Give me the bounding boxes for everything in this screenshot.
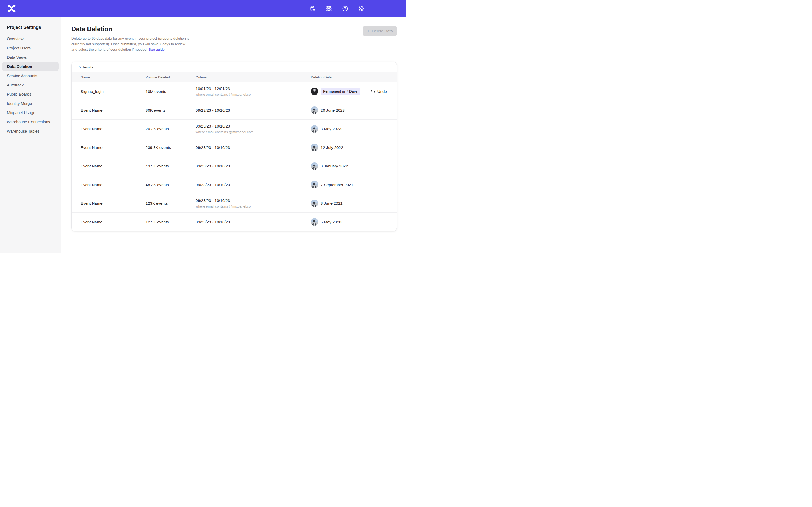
topbar-icon-group xyxy=(307,3,406,14)
deletion-date: 3 January 2022 xyxy=(321,164,348,168)
criteria-date-range: 09/23/23 - 10/10/23 xyxy=(196,182,311,187)
undo-icon xyxy=(370,89,375,94)
deletion-date-cell: 3 June 2021 xyxy=(311,200,391,207)
volume-deleted: 12.9K events xyxy=(146,220,196,224)
results-count: 5 Results xyxy=(71,62,397,72)
main-content: Data Deletion Delete up to 90 days data … xyxy=(61,17,406,253)
sidebar-item-data-deletion[interactable]: Data Deletion xyxy=(2,62,59,71)
settings-gear-icon[interactable] xyxy=(356,3,366,14)
deletion-date-cell: 20 June 2023 xyxy=(311,106,391,114)
criteria-cell: 09/23/23 - 10/10/23 xyxy=(196,182,311,187)
undo-button[interactable]: Undo xyxy=(370,89,387,94)
undo-label: Undo xyxy=(377,89,387,94)
status-badge: Permanent in 7 Days xyxy=(321,88,360,95)
event-name: Signup_login xyxy=(81,89,146,94)
criteria-date-range: 09/23/23 - 10/10/23 xyxy=(196,220,311,224)
criteria-filter-note: where email contains @mixpanel.com xyxy=(196,205,311,208)
column-header-name: Name xyxy=(81,75,146,79)
user-avatar xyxy=(311,125,318,132)
sidebar-item-data-views[interactable]: Data Views xyxy=(2,53,59,61)
user-avatar xyxy=(311,200,318,207)
deletion-date: 3 June 2021 xyxy=(321,201,343,206)
table-row: Event Name123K events09/23/23 - 10/10/23… xyxy=(71,194,397,213)
column-header-criteria: Criteria xyxy=(196,75,311,79)
criteria-date-range: 09/23/23 - 10/10/23 xyxy=(196,145,311,150)
column-header-deletion-date: Deletion Date xyxy=(311,75,391,79)
sidebar-title: Project Settings xyxy=(0,25,61,34)
criteria-cell: 09/23/23 - 10/10/23 xyxy=(196,108,311,112)
user-avatar xyxy=(311,106,318,114)
event-name: Event Name xyxy=(81,164,146,168)
deletion-date: 5 May 2020 xyxy=(321,220,341,224)
column-header-volume-deleted: Volume Deleted xyxy=(146,75,196,79)
criteria-date-range: 09/23/23 - 10/10/23 xyxy=(196,164,311,168)
deletion-date-cell: 12 July 2022 xyxy=(311,144,391,151)
user-avatar xyxy=(311,181,318,188)
table-row: Signup_login10M events10/01/23 - 12/01/2… xyxy=(71,82,397,101)
deletion-date: 12 July 2022 xyxy=(321,145,343,150)
apps-grid-icon[interactable] xyxy=(323,3,334,14)
volume-deleted: 30K events xyxy=(146,108,196,112)
table-row: Event Name30K events09/23/23 - 10/10/232… xyxy=(71,101,397,119)
deletion-date-cell: 7 September 2021 xyxy=(311,181,391,188)
page-description: Delete up to 90 days data for any event … xyxy=(71,36,191,53)
volume-deleted: 48.3K events xyxy=(146,182,196,187)
sidebar-item-overview[interactable]: Overview xyxy=(2,34,59,43)
user-avatar xyxy=(311,144,318,151)
sidebar-item-warehouse-tables[interactable]: Warehouse Tables xyxy=(2,127,59,135)
table-body: Signup_login10M events10/01/23 - 12/01/2… xyxy=(71,82,397,231)
user-avatar xyxy=(311,218,318,226)
mixpanel-x-logo-icon xyxy=(7,4,16,13)
delete-data-button-label: Delete Data xyxy=(372,29,393,33)
data-management-icon[interactable] xyxy=(307,3,318,14)
criteria-cell: 09/23/23 - 10/10/23where email contains … xyxy=(196,124,311,134)
criteria-date-range: 09/23/23 - 10/10/23 xyxy=(196,108,311,112)
criteria-cell: 09/23/23 - 10/10/23where email contains … xyxy=(196,198,311,208)
deletion-date: 3 May 2023 xyxy=(321,126,341,131)
table-row: Event Name20.2K events09/23/23 - 10/10/2… xyxy=(71,119,397,138)
volume-deleted: 239.3K events xyxy=(146,145,196,150)
criteria-date-range: 10/01/23 - 12/01/23 xyxy=(196,87,311,91)
user-avatar xyxy=(311,162,318,170)
criteria-date-range: 09/23/23 - 10/10/23 xyxy=(196,198,311,203)
see-guide-link[interactable]: See guide xyxy=(149,48,165,52)
deletion-date-cell: 3 May 2023 xyxy=(311,125,391,132)
delete-data-button[interactable]: + Delete Data xyxy=(363,26,397,36)
sidebar-item-warehouse-connections[interactable]: Warehouse Connections xyxy=(2,117,59,126)
deletion-requests-card: 5 Results NameVolume DeletedCriteriaDele… xyxy=(71,61,397,231)
help-icon[interactable] xyxy=(340,3,350,14)
deletion-date-cell: 5 May 2020 xyxy=(311,218,391,226)
criteria-filter-note: where email contains @mixpanel.com xyxy=(196,93,311,96)
event-name: Event Name xyxy=(81,108,146,112)
sidebar-nav-list: OverviewProject UsersData ViewsData Dele… xyxy=(0,34,61,135)
sidebar-item-mixpanel-usage[interactable]: Mixpanel Usage xyxy=(2,108,59,117)
plus-icon: + xyxy=(367,29,370,34)
sidebar-item-public-boards[interactable]: Public Boards xyxy=(2,90,59,99)
sidebar-item-identity-merge[interactable]: Identity Merge xyxy=(2,99,59,108)
page-title: Data Deletion xyxy=(71,25,191,33)
volume-deleted: 49.9K events xyxy=(146,164,196,168)
criteria-cell: 09/23/23 - 10/10/23 xyxy=(196,220,311,224)
sidebar-item-autotrack[interactable]: Autotrack xyxy=(2,80,59,89)
sidebar-item-service-accounts[interactable]: Service Accounts xyxy=(2,71,59,80)
criteria-filter-note: where email contains @mixpanel.com xyxy=(196,130,311,134)
criteria-cell: 09/23/23 - 10/10/23 xyxy=(196,164,311,168)
deletion-date: 20 June 2023 xyxy=(321,108,345,112)
table-header-row: NameVolume DeletedCriteriaDeletion Date xyxy=(71,72,397,82)
event-name: Event Name xyxy=(81,220,146,224)
deletion-date-cell: Permanent in 7 DaysUndo xyxy=(311,88,391,95)
deletion-date-cell: 3 January 2022 xyxy=(311,162,391,170)
table-row: Event Name239.3K events09/23/23 - 10/10/… xyxy=(71,138,397,157)
volume-deleted: 123K events xyxy=(146,201,196,206)
volume-deleted: 10M events xyxy=(146,89,196,94)
user-avatar xyxy=(311,88,318,95)
sidebar-item-project-users[interactable]: Project Users xyxy=(2,44,59,52)
event-name: Event Name xyxy=(81,126,146,131)
mixpanel-logo[interactable] xyxy=(6,3,17,14)
table-row: Event Name48.3K events09/23/23 - 10/10/2… xyxy=(71,175,397,194)
table-row: Event Name12.9K events09/23/23 - 10/10/2… xyxy=(71,212,397,231)
criteria-cell: 09/23/23 - 10/10/23 xyxy=(196,145,311,150)
deletion-date: 7 September 2021 xyxy=(321,182,353,187)
table-row: Event Name49.9K events09/23/23 - 10/10/2… xyxy=(71,157,397,175)
page-description-text: Delete up to 90 days data for any event … xyxy=(71,37,190,52)
